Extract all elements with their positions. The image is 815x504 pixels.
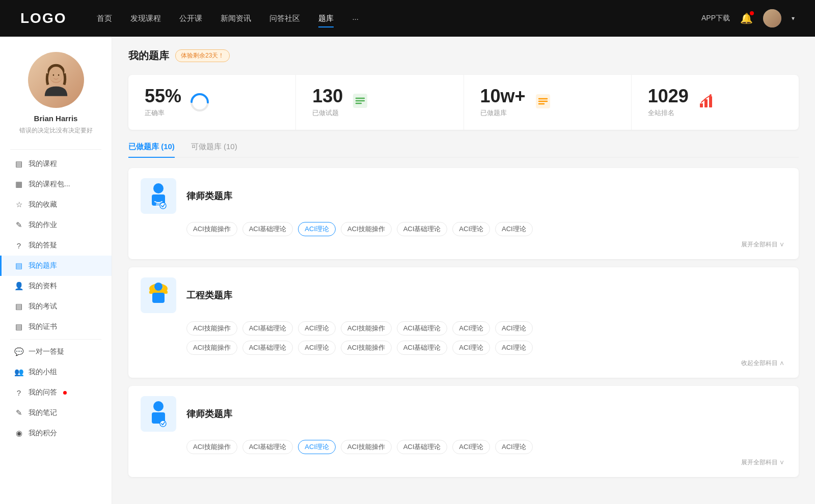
svg-point-30 bbox=[160, 421, 166, 427]
qbank-card-3: 律师类题库 ACI技能操作 ACI基础理论 ACI理论 ACI技能操作 ACI基… bbox=[128, 386, 799, 477]
tag-3-2[interactable]: ACI基础理论 bbox=[242, 440, 293, 454]
tag-2-2[interactable]: ACI基础理论 bbox=[242, 321, 293, 335]
qbank-card-3-header: 律师类题库 bbox=[141, 396, 786, 432]
trials-value: 130 bbox=[312, 87, 343, 105]
tag-1-7[interactable]: ACI理论 bbox=[495, 222, 533, 236]
accuracy-value: 55% bbox=[145, 87, 181, 105]
tag-1-2[interactable]: ACI基础理论 bbox=[242, 222, 293, 236]
page-header: 我的题库 体验剩余23天！ bbox=[128, 49, 799, 63]
sidebar-item-my-packages[interactable]: ▦ 我的课程包... bbox=[0, 174, 112, 194]
qbank-card-2-tags-row2: ACI技能操作 ACI基础理论 ACI理论 ACI技能操作 ACI基础理论 AC… bbox=[141, 341, 786, 355]
tag-2-7[interactable]: ACI理论 bbox=[495, 321, 533, 335]
svg-point-26 bbox=[154, 283, 162, 291]
tag-1-3[interactable]: ACI理论 bbox=[298, 222, 336, 236]
sidebar-item-my-profile[interactable]: 👤 我的资料 bbox=[0, 276, 112, 296]
tag-1-4[interactable]: ACI技能操作 bbox=[341, 222, 392, 236]
qbank-card-3-tags: ACI技能操作 ACI基础理论 ACI理论 ACI技能操作 ACI基础理论 AC… bbox=[141, 440, 786, 454]
tag-3-1[interactable]: ACI技能操作 bbox=[186, 440, 237, 454]
tag-2-9[interactable]: ACI基础理论 bbox=[242, 341, 293, 355]
questions-icon: ? bbox=[14, 241, 23, 250]
qbank-card-2: 工程类题库 ACI技能操作 ACI基础理论 ACI理论 ACI技能操作 ACI基… bbox=[128, 267, 799, 378]
tag-1-1[interactable]: ACI技能操作 bbox=[186, 222, 237, 236]
engineer-svg bbox=[146, 282, 171, 310]
svg-point-2 bbox=[49, 67, 63, 82]
stat-accuracy: 55% 正确率 bbox=[128, 75, 296, 130]
svg-rect-16 bbox=[704, 99, 708, 107]
sidebar-item-my-courses[interactable]: ▤ 我的课程 bbox=[0, 154, 112, 174]
nav-discover[interactable]: 发现课程 bbox=[130, 14, 161, 23]
tag-2-5[interactable]: ACI基础理论 bbox=[397, 321, 448, 335]
tag-2-3[interactable]: ACI理论 bbox=[298, 321, 336, 335]
sidebar-item-my-questions[interactable]: ? 我的答疑 bbox=[0, 235, 112, 256]
svg-point-19 bbox=[153, 183, 164, 193]
nav-news[interactable]: 新闻资讯 bbox=[221, 14, 251, 23]
qbank-card-2-expand[interactable]: 收起全部科目 ∧ bbox=[141, 359, 786, 368]
avatar[interactable] bbox=[763, 9, 781, 27]
qbank-card-3-expand[interactable]: 展开全部科目 ∨ bbox=[141, 458, 786, 467]
sidebar-label-my-questions: 我的答疑 bbox=[29, 241, 57, 250]
sidebar-item-my-qbank[interactable]: ▤ 我的题库 bbox=[0, 256, 112, 276]
logo[interactable]: LOGO bbox=[20, 10, 66, 26]
sidebar-label-my-courses: 我的课程 bbox=[29, 159, 57, 169]
sidebar-item-my-notes[interactable]: ✎ 我的笔记 bbox=[0, 403, 112, 423]
tag-2-4[interactable]: ACI技能操作 bbox=[341, 321, 392, 335]
sidebar-item-my-favorites[interactable]: ☆ 我的收藏 bbox=[0, 194, 112, 215]
sidebar-label-my-group: 我的小组 bbox=[29, 368, 57, 377]
tab-available[interactable]: 可做题库 (10) bbox=[191, 142, 237, 157]
tag-2-13[interactable]: ACI理论 bbox=[452, 341, 490, 355]
tag-3-3[interactable]: ACI理论 bbox=[298, 440, 336, 454]
tag-2-1[interactable]: ACI技能操作 bbox=[186, 321, 237, 335]
tag-3-5[interactable]: ACI基础理论 bbox=[397, 440, 448, 454]
qbank-card-1-header: 律师类题库 bbox=[141, 178, 786, 214]
nav-more[interactable]: ··· bbox=[352, 14, 359, 23]
stat-trials: 130 已做试题 bbox=[296, 75, 464, 130]
qbank-card-1-expand[interactable]: 展开全部科目 ∨ bbox=[141, 240, 786, 249]
banks-label: 已做题库 bbox=[480, 108, 526, 118]
tag-2-12[interactable]: ACI基础理论 bbox=[397, 341, 448, 355]
tag-3-7[interactable]: ACI理论 bbox=[495, 440, 533, 454]
notes-icon: ✎ bbox=[14, 408, 23, 417]
sidebar-item-one-on-one[interactable]: 💬 一对一答疑 bbox=[0, 342, 112, 362]
sidebar-label-my-favorites: 我的收藏 bbox=[29, 200, 57, 209]
tag-2-10[interactable]: ACI理论 bbox=[298, 341, 336, 355]
sidebar-item-my-group[interactable]: 👥 我的小组 bbox=[0, 362, 112, 382]
nav-qa[interactable]: 问答社区 bbox=[269, 14, 300, 23]
sidebar-label-one-on-one: 一对一答疑 bbox=[29, 347, 64, 356]
tag-3-4[interactable]: ACI技能操作 bbox=[341, 440, 392, 454]
tag-2-6[interactable]: ACI理论 bbox=[452, 321, 490, 335]
sidebar-item-my-homework[interactable]: ✎ 我的作业 bbox=[0, 215, 112, 235]
ranking-label: 全站排名 bbox=[648, 108, 689, 118]
sidebar-item-my-certs[interactable]: ▤ 我的证书 bbox=[0, 317, 112, 337]
layout: Brian Harris 错误的决定比没有决定要好 ▤ 我的课程 ▦ 我的课程包… bbox=[0, 37, 815, 504]
nav-open-course[interactable]: 公开课 bbox=[179, 14, 202, 23]
sidebar-label-my-qa: 我的问答 bbox=[29, 388, 57, 397]
sidebar-label-my-packages: 我的课程包... bbox=[29, 180, 70, 189]
app-download-button[interactable]: APP下载 bbox=[701, 14, 730, 23]
accuracy-chart bbox=[189, 92, 210, 113]
sidebar-item-my-points[interactable]: ◉ 我的积分 bbox=[0, 423, 112, 443]
tag-2-14[interactable]: ACI理论 bbox=[495, 341, 533, 355]
sidebar-item-my-exams[interactable]: ▤ 我的考试 bbox=[0, 296, 112, 317]
lawyer-svg-1 bbox=[146, 182, 171, 210]
exams-icon: ▤ bbox=[14, 302, 23, 311]
stat-ranking: 1029 全站排名 bbox=[632, 75, 799, 130]
tag-1-5[interactable]: ACI基础理论 bbox=[397, 222, 448, 236]
nav-question-bank[interactable]: 题库 bbox=[318, 14, 334, 23]
sidebar-divider-2 bbox=[10, 339, 101, 340]
stats-row: 55% 正确率 130 已做试题 bbox=[128, 75, 799, 130]
lawyer-svg-3 bbox=[146, 400, 171, 428]
one-on-one-icon: 💬 bbox=[14, 347, 23, 356]
tab-completed[interactable]: 已做题库 (10) bbox=[128, 142, 175, 157]
qa-icon: ? bbox=[14, 388, 23, 397]
sidebar-label-my-homework: 我的作业 bbox=[29, 220, 57, 230]
tag-3-6[interactable]: ACI理论 bbox=[452, 440, 490, 454]
nav-home[interactable]: 首页 bbox=[97, 14, 112, 23]
tag-2-11[interactable]: ACI技能操作 bbox=[341, 341, 392, 355]
notification-bell[interactable]: 🔔 bbox=[740, 12, 753, 24]
tag-2-8[interactable]: ACI技能操作 bbox=[186, 341, 237, 355]
qbank-card-3-icon bbox=[141, 396, 176, 432]
sidebar-item-my-qa[interactable]: ? 我的问答 bbox=[0, 382, 112, 403]
svg-rect-15 bbox=[700, 103, 703, 107]
tag-1-6[interactable]: ACI理论 bbox=[452, 222, 490, 236]
user-dropdown-arrow[interactable]: ▾ bbox=[792, 15, 795, 22]
